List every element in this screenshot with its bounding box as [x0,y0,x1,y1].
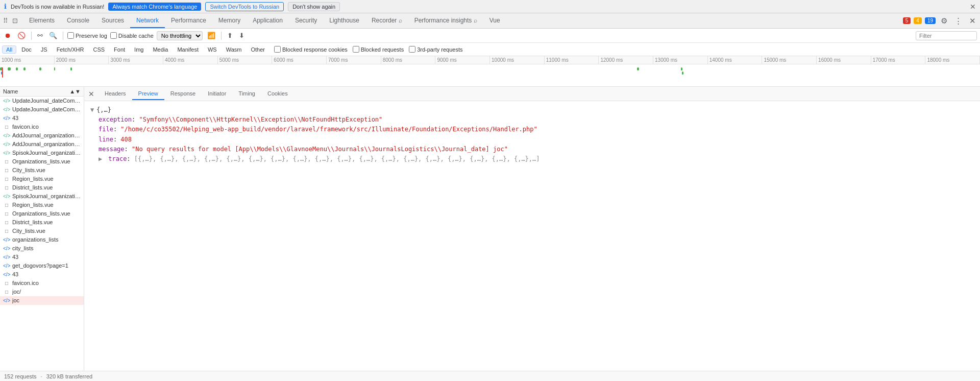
tab-network[interactable]: Network [130,14,165,28]
close-infobar-button[interactable]: ✕ [970,3,976,11]
tab-vue[interactable]: Vue [483,14,506,28]
vue-icon: </> [3,133,10,138]
filter-tab-img[interactable]: Img [130,45,148,54]
filter-tab-ws[interactable]: WS [204,45,221,54]
filter-tab-manifest[interactable]: Manifest [173,45,203,54]
export-button[interactable]: ⬇ [237,31,246,40]
expand-trace[interactable]: ▶ [99,154,105,164]
filter-tab-all[interactable]: All [2,45,16,54]
file-list: Name ▲▼ </> UpdateJournal_dateCompo... <… [0,87,84,371]
list-item-joc-selected[interactable]: </> joc [0,296,84,305]
record-button[interactable]: ⏺ [3,31,13,40]
tab-console[interactable]: Console [61,14,95,28]
vue-icon: </> [3,150,10,156]
blocked-requests-checkbox[interactable]: Blocked requests [353,46,404,53]
tab-perf-insights[interactable]: Performance insights ⌕ [408,14,483,28]
dont-show-again-button[interactable]: Don't show again [288,2,340,11]
network-toolbar: ⏺ 🚫 ⚯ 🔍 Preserve log Disable cache No th… [0,29,980,43]
detail-tab-headers[interactable]: Headers [99,88,132,100]
sort-button[interactable]: ▲▼ [69,88,81,94]
import-button[interactable]: ⬆ [226,31,234,40]
list-item[interactable]: □ Region_lists.vue [0,201,84,209]
detail-tab-preview[interactable]: Preview [132,88,164,100]
list-item[interactable]: </> 43 [0,114,84,123]
list-item[interactable]: □ Region_lists.vue [0,175,84,183]
search-button[interactable]: 🔍 [47,31,59,40]
list-item[interactable]: </> SpisokJournal_organizations... [0,192,84,201]
tab-application[interactable]: Application [247,14,289,28]
close-detail-button[interactable]: ✕ [86,89,96,99]
json-root: ▼ {,…} [90,105,974,115]
more-options-button[interactable]: ⋮ [952,15,964,27]
filter-tab-media[interactable]: Media [149,45,172,54]
tick-10000: 10000 ms [490,56,545,64]
filter-tab-js[interactable]: JS [37,45,52,54]
list-item[interactable]: □ Organizations_lists.vue [0,209,84,218]
list-item[interactable]: </> UpdateJournal_dateCompo... [0,105,84,114]
expand-root[interactable]: ▼ [90,105,96,115]
clear-button[interactable]: 🚫 [16,31,27,40]
tick-14000: 14000 ms [708,56,763,64]
list-item[interactable]: </> organizations_lists [0,235,84,244]
tab-recorder[interactable]: Recorder ⌕ [365,14,408,28]
disable-cache-checkbox[interactable]: Disable cache [110,32,154,39]
list-item[interactable]: □ joc/ [0,288,84,296]
match-language-button[interactable]: Always match Chrome's language [108,3,201,11]
tab-performance[interactable]: Performance [165,14,212,28]
vue-icon: </> [3,98,10,104]
switch-devtools-button[interactable]: Switch DevTools to Russian [205,2,284,11]
list-item[interactable]: </> AddJournal_organizationsC... [0,140,84,149]
close-devtools-button[interactable]: ✕ [967,15,978,27]
vue-icon: </> [3,107,10,112]
filter-tab-other[interactable]: Other [247,45,269,54]
detail-tab-response[interactable]: Response [164,88,202,100]
list-item[interactable]: □ City_lists.vue [0,166,84,175]
tab-lighthouse[interactable]: Lighthouse [323,14,365,28]
list-item[interactable]: □ District_lists.vue [0,183,84,192]
filter-tab-doc[interactable]: Doc [17,45,36,54]
tab-memory[interactable]: Memory [212,14,247,28]
filter-input[interactable] [916,31,977,40]
list-item[interactable]: □ Organizations_lists.vue [0,157,84,166]
filter-tab-fetch[interactable]: Fetch/XHR [53,45,88,54]
tab-sources[interactable]: Sources [95,14,130,28]
throttling-select[interactable]: No throttling Fast 3G Slow 3G Offline [157,31,203,40]
filter-icon[interactable]: ⚯ [36,31,44,40]
dock-icon[interactable]: ⊡ [11,16,19,26]
list-item[interactable]: □ favicon.ico [0,279,84,288]
list-item[interactable]: □ City_lists.vue [0,227,84,235]
settings-button[interactable]: ⚙ [939,15,949,27]
list-item[interactable]: </> SpisokJournal_organizations... [0,149,84,157]
transferred-size: 320 kB transferred [46,373,93,379]
vue-file-icon: □ [3,220,10,225]
tab-security[interactable]: Security [289,14,323,28]
detail-tab-initiator[interactable]: Initiator [202,88,232,100]
timeline-ruler: 1000 ms 2000 ms 3000 ms 4000 ms 5000 ms … [0,56,980,64]
third-party-checkbox[interactable]: 3rd-party requests [409,46,462,53]
preview-content: ▼ {,…} exception: "Symfony\\Component\\H… [84,101,980,371]
list-item[interactable]: </> 43 [0,270,84,279]
tick-18000: 18000 ms [925,56,980,64]
list-item[interactable]: </> city_lists [0,244,84,253]
network-conditions-button[interactable]: 📶 [206,31,217,40]
blocked-cookies-checkbox[interactable]: Blocked response cookies [274,46,348,53]
list-item[interactable]: </> AddJournal_organizationsC... [0,131,84,140]
list-item[interactable]: </> UpdateJournal_dateCompo... [0,97,84,105]
folder-icon: □ [3,289,10,295]
filter-tab-font[interactable]: Font [110,45,129,54]
detail-panel: ✕ Headers Preview Response Initiator Tim… [84,87,980,371]
preserve-log-checkbox[interactable]: Preserve log [67,32,107,39]
json-exception-row: exception: "Symfony\\Component\\HttpKern… [90,115,974,125]
list-item[interactable]: </> 43 [0,253,84,261]
devtools-menu-icon[interactable]: ⠿ [2,16,9,26]
list-item[interactable]: □ favicon.ico [0,123,84,131]
detail-tab-timing[interactable]: Timing [232,88,261,100]
list-item[interactable]: □ District_lists.vue [0,218,84,227]
filter-tab-css[interactable]: CSS [89,45,109,54]
list-item[interactable]: </> get_dogovors?page=1 [0,261,84,270]
tick-12000: 12000 ms [599,56,653,64]
api-icon: </> [3,298,10,303]
tab-elements[interactable]: Elements [23,14,61,28]
detail-tab-cookies[interactable]: Cookies [261,88,294,100]
filter-tab-wasm[interactable]: Wasm [222,45,246,54]
